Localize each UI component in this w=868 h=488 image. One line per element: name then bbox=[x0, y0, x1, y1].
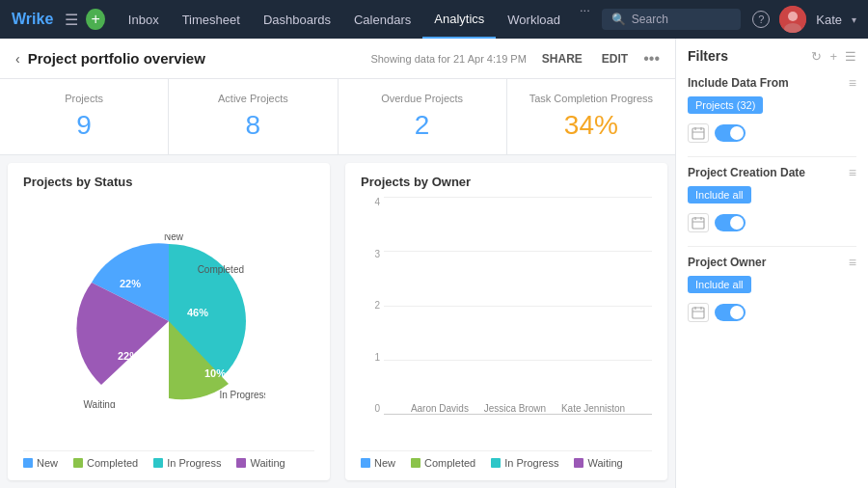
bar-legend-label-waiting: Waiting bbox=[587, 457, 622, 469]
svg-text:22%: 22% bbox=[120, 278, 141, 289]
nav-links: Inbox Timesheet Dashboards Calendars Ana… bbox=[117, 0, 598, 39]
nav-analytics[interactable]: Analytics bbox=[422, 0, 496, 39]
calendar-icon-2 bbox=[692, 216, 705, 230]
filter-include-more-icon[interactable]: ≡ bbox=[849, 75, 856, 91]
filter-divider-1 bbox=[688, 156, 856, 157]
pie-chart-svg: 46% 22% 22% 10% New Waiting In Progress … bbox=[72, 234, 265, 408]
filter-owner-row bbox=[688, 303, 856, 322]
help-button[interactable]: ? bbox=[752, 11, 770, 28]
filter-creation-row bbox=[688, 213, 856, 232]
avatar[interactable] bbox=[779, 6, 806, 33]
filter-owner-more-icon[interactable]: ≡ bbox=[849, 255, 856, 270]
back-button[interactable]: ‹ bbox=[15, 51, 20, 67]
top-navigation: Wrike ☰ + Inbox Timesheet Dashboards Cal… bbox=[0, 0, 868, 39]
search-box[interactable]: 🔍 Search bbox=[602, 9, 741, 30]
stat-active-value: 8 bbox=[184, 110, 321, 141]
legend-label-completed: Completed bbox=[87, 457, 138, 469]
y-label-3: 3 bbox=[374, 249, 380, 259]
share-button[interactable]: SHARE bbox=[538, 50, 586, 68]
filter-owner-title: Project Owner bbox=[688, 256, 766, 269]
filter-creation-tag[interactable]: Include all bbox=[688, 186, 751, 203]
bar-chart-title: Projects by Owner bbox=[361, 175, 652, 189]
bar-legend-dot-waiting bbox=[574, 458, 583, 468]
bar-label-aaron: Aaron Davids bbox=[411, 403, 469, 414]
filters-title: Filters bbox=[688, 48, 811, 64]
stat-task-completion: Task Completion Progress 34% bbox=[507, 79, 675, 154]
nav-inbox[interactable]: Inbox bbox=[117, 0, 171, 39]
main-area: ‹ Project portfolio overview Showing dat… bbox=[0, 39, 868, 488]
filter-include-toggle[interactable] bbox=[715, 124, 746, 142]
svg-text:In Progress: In Progress bbox=[219, 390, 265, 400]
stat-active-label: Active Projects bbox=[184, 93, 321, 104]
nav-dashboards[interactable]: Dashboards bbox=[252, 0, 342, 39]
calendar-icon-3 bbox=[692, 306, 705, 319]
stat-projects: Projects 9 bbox=[0, 79, 169, 154]
bar-legend-inprogress: In Progress bbox=[491, 457, 558, 469]
grid-line-0 bbox=[384, 414, 652, 415]
subheader-right: Showing data for 21 Apr 4:19 PM SHARE ED… bbox=[370, 50, 660, 68]
nav-right-area: ? Kate ▾ bbox=[752, 6, 856, 33]
user-dropdown-icon[interactable]: ▾ bbox=[852, 14, 856, 25]
filter-owner-icon-box[interactable] bbox=[688, 303, 709, 322]
pie-chart-title: Projects by Status bbox=[23, 175, 314, 189]
filter-creation-icon-box[interactable] bbox=[688, 213, 709, 232]
hamburger-icon[interactable]: ☰ bbox=[61, 7, 82, 33]
more-options-button[interactable]: ••• bbox=[643, 50, 660, 68]
nav-calendars[interactable]: Calendars bbox=[342, 0, 422, 39]
filter-section-owner: Project Owner ≡ Include all bbox=[688, 255, 856, 322]
filters-menu-icon[interactable]: ☰ bbox=[845, 49, 856, 64]
bar-legend-dot-completed bbox=[411, 458, 420, 468]
filter-include-title: Include Data From bbox=[688, 76, 789, 90]
filters-add-icon[interactable]: + bbox=[829, 49, 837, 64]
svg-point-1 bbox=[788, 12, 798, 21]
stat-overdue-label: Overdue Projects bbox=[354, 93, 491, 104]
edit-button[interactable]: EDIT bbox=[598, 50, 632, 68]
stat-projects-label: Projects bbox=[15, 93, 152, 104]
app-logo: Wrike bbox=[12, 11, 53, 28]
legend-item-waiting: Waiting bbox=[236, 457, 285, 469]
legend-item-inprogress: In Progress bbox=[153, 457, 221, 469]
svg-text:46%: 46% bbox=[187, 307, 208, 318]
filter-section-creation-date: Project Creation Date ≡ Include all bbox=[688, 165, 856, 232]
bar-legend: New Completed In Progress Waiting bbox=[361, 450, 652, 469]
legend-label-new: New bbox=[37, 457, 58, 469]
bar-legend-label-new: New bbox=[374, 457, 395, 469]
bar-label-jessica: Jessica Brown bbox=[484, 403, 546, 414]
bar-label-kate: Kate Jenniston bbox=[561, 403, 625, 414]
search-placeholder: Search bbox=[632, 13, 668, 26]
bar-legend-label-completed: Completed bbox=[424, 457, 475, 469]
legend-item-completed: Completed bbox=[73, 457, 138, 469]
filter-include-tag[interactable]: Projects (32) bbox=[688, 96, 763, 114]
bar-chart-area: 4 3 2 1 0 bbox=[361, 197, 652, 445]
bar-legend-label-inprogress: In Progress bbox=[504, 457, 558, 469]
y-label-1: 1 bbox=[374, 352, 380, 363]
legend-dot-completed bbox=[73, 458, 83, 468]
stat-completion-label: Task Completion Progress bbox=[523, 93, 660, 104]
filter-owner-tag[interactable]: Include all bbox=[688, 276, 751, 293]
filter-owner-header: Project Owner ≡ bbox=[688, 255, 856, 270]
bar-legend-new: New bbox=[361, 457, 395, 469]
filter-creation-more-icon[interactable]: ≡ bbox=[849, 165, 856, 180]
filters-panel: Filters ↻ + ☰ Include Data From ≡ Projec… bbox=[675, 39, 868, 488]
bar-legend-dot-inprogress bbox=[491, 458, 501, 468]
nav-workload[interactable]: Workload bbox=[496, 0, 572, 39]
stat-projects-value: 9 bbox=[15, 110, 152, 141]
bar-legend-waiting: Waiting bbox=[574, 457, 622, 469]
y-label-2: 2 bbox=[374, 300, 380, 311]
filter-creation-toggle[interactable] bbox=[715, 214, 746, 231]
stat-active-projects: Active Projects 8 bbox=[169, 79, 338, 154]
filter-section-include-data: Include Data From ≡ Projects (32) bbox=[688, 75, 856, 143]
legend-dot-inprogress bbox=[153, 458, 163, 468]
username-label[interactable]: Kate bbox=[816, 13, 842, 27]
create-button[interactable]: + bbox=[86, 9, 105, 30]
page-title: Project portfolio overview bbox=[28, 50, 371, 67]
filters-refresh-icon[interactable]: ↻ bbox=[811, 49, 822, 64]
stats-bar: Projects 9 Active Projects 8 Overdue Pro… bbox=[0, 79, 675, 155]
filter-owner-toggle[interactable] bbox=[715, 304, 746, 321]
nav-more-icon[interactable]: ... bbox=[572, 0, 598, 39]
filter-include-icon-box[interactable] bbox=[688, 123, 709, 143]
subheader: ‹ Project portfolio overview Showing dat… bbox=[0, 39, 675, 79]
nav-timesheet[interactable]: Timesheet bbox=[171, 0, 252, 39]
svg-rect-15 bbox=[692, 218, 704, 229]
stat-overdue-projects: Overdue Projects 2 bbox=[339, 79, 507, 154]
